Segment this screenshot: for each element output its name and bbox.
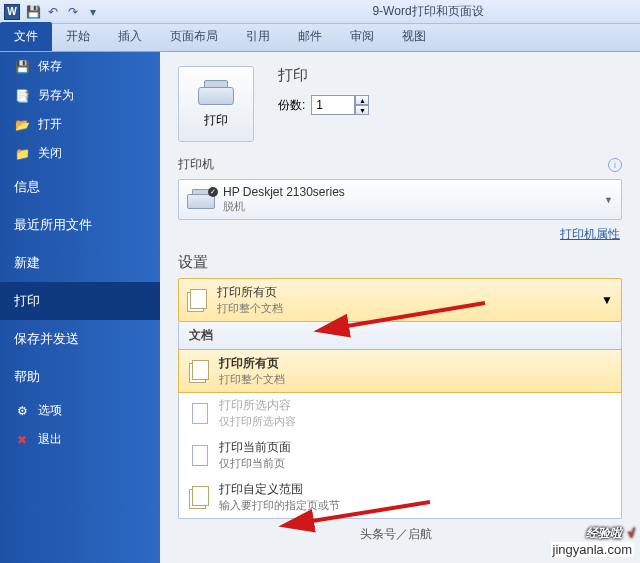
status-badge-icon: ✓ [208,187,218,197]
sidebar-print[interactable]: 打印 [0,282,160,320]
quick-access-toolbar: 💾 ↶ ↷ ▾ [26,5,100,19]
print-button[interactable]: 打印 [178,66,254,142]
menu-item-custom-range[interactable]: 打印自定义范围输入要打印的指定页或节 [179,476,621,518]
printer-status: 脱机 [223,199,345,214]
menu-item-sub: 仅打印所选内容 [219,414,296,429]
sidebar-item-label: 关闭 [38,145,62,162]
pages-icon [189,360,211,382]
tab-home[interactable]: 开始 [52,22,104,51]
open-icon: 📂 [14,117,30,133]
close-icon: 📁 [14,146,30,162]
sidebar-item-label: 选项 [38,402,62,419]
printer-properties-link[interactable]: 打印机属性 [180,226,620,243]
print-button-label: 打印 [204,112,228,129]
sidebar-close[interactable]: 📁关闭 [0,139,160,168]
menu-item-selection[interactable]: 打印所选内容仅打印所选内容 [179,392,621,434]
printer-heading: 打印机 i [178,156,622,173]
chevron-down-icon: ▼ [604,195,613,205]
copies-input[interactable] [311,95,355,115]
sidebar-recent[interactable]: 最近所用文件 [0,206,160,244]
sidebar-save[interactable]: 💾保存 [0,52,160,81]
saveas-icon: 📑 [14,88,30,104]
tab-view[interactable]: 视图 [388,22,440,51]
info-icon[interactable]: i [608,158,622,172]
backstage-content: 打印 打印 份数: ▲ ▼ 打印机 i [160,52,640,563]
pages-icon [187,289,209,311]
print-section-label: 打印 [278,66,369,85]
page-icon [189,444,211,466]
settings-heading: 设置 [178,253,622,272]
sidebar-help[interactable]: 帮助 [0,358,160,396]
menu-section-header: 文档 [179,322,621,350]
word-app-icon: W [4,4,20,20]
printer-name: HP Deskjet 2130series [223,185,345,199]
print-range-menu: 文档 打印所有页打印整个文档 打印所选内容仅打印所选内容 打印当前页面仅打印当前… [178,322,622,519]
spin-down-icon[interactable]: ▼ [355,105,369,115]
sidebar-new[interactable]: 新建 [0,244,160,282]
qat-dropdown-icon[interactable]: ▾ [86,5,100,19]
sidebar-item-label: 打开 [38,116,62,133]
sidebar-item-label: 另存为 [38,87,74,104]
backstage-sidebar: 💾保存 📑另存为 📂打开 📁关闭 信息 最近所用文件 新建 打印 保存并发送 帮… [0,52,160,563]
sidebar-options[interactable]: ⚙选项 [0,396,160,425]
sidebar-item-label: 保存 [38,58,62,75]
menu-item-title: 打印自定义范围 [219,481,340,498]
spin-up-icon[interactable]: ▲ [355,95,369,105]
tab-file[interactable]: 文件 [0,22,52,51]
sidebar-info[interactable]: 信息 [0,168,160,206]
printer-icon [198,80,234,108]
menu-item-title: 打印所有页 [219,355,285,372]
pages-icon [189,486,211,508]
undo-icon[interactable]: ↶ [46,5,60,19]
ribbon-tabs: 文件 开始 插入 页面布局 引用 邮件 审阅 视图 [0,24,640,52]
menu-item-sub: 仅打印当前页 [219,456,291,471]
document-title: 9-Word打印和页面设 [220,3,636,20]
copies-label: 份数: [278,97,305,114]
sidebar-share[interactable]: 保存并发送 [0,320,160,358]
exit-icon: ✖ [14,432,30,448]
save-icon: 💾 [14,59,30,75]
tab-insert[interactable]: 插入 [104,22,156,51]
range-selected-sub: 打印整个文档 [217,301,283,316]
page-icon [189,402,211,424]
copies-spinner[interactable]: ▲ ▼ [311,95,369,115]
redo-icon[interactable]: ↷ [66,5,80,19]
sidebar-item-label: 退出 [38,431,62,448]
menu-item-title: 打印当前页面 [219,439,291,456]
range-selected-title: 打印所有页 [217,284,283,301]
tab-review[interactable]: 审阅 [336,22,388,51]
sidebar-open[interactable]: 📂打开 [0,110,160,139]
menu-item-sub: 打印整个文档 [219,372,285,387]
printer-dropdown[interactable]: ✓ HP Deskjet 2130series 脱机 ▼ [178,179,622,220]
sidebar-exit[interactable]: ✖退出 [0,425,160,454]
menu-item-sub: 输入要打印的指定页或节 [219,498,340,513]
tab-mailings[interactable]: 邮件 [284,22,336,51]
title-bar: W 💾 ↶ ↷ ▾ 9-Word打印和页面设 [0,0,640,24]
menu-item-all-pages[interactable]: 打印所有页打印整个文档 [178,349,622,393]
tab-references[interactable]: 引用 [232,22,284,51]
sidebar-saveas[interactable]: 📑另存为 [0,81,160,110]
print-range-dropdown[interactable]: 打印所有页 打印整个文档 ▼ [178,278,622,322]
tab-layout[interactable]: 页面布局 [156,22,232,51]
save-icon[interactable]: 💾 [26,5,40,19]
attribution-text: 头条号／启航 [360,526,432,543]
menu-item-current-page[interactable]: 打印当前页面仅打印当前页 [179,434,621,476]
options-icon: ⚙ [14,403,30,419]
chevron-down-icon: ▼ [601,293,613,307]
menu-item-title: 打印所选内容 [219,397,296,414]
